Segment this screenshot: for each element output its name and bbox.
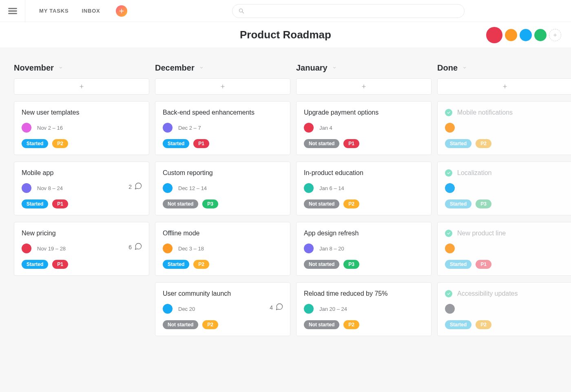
avatar: [445, 183, 455, 193]
search-input[interactable]: [248, 7, 458, 15]
check-circle-icon: [445, 109, 452, 116]
status-badge: Not started: [163, 199, 198, 208]
task-card[interactable]: Upgrade payment optionsJan 4Not startedP…: [296, 101, 432, 155]
status-badge: Not started: [163, 320, 198, 329]
status-badge: Started: [445, 139, 471, 148]
task-card[interactable]: New pricingNov 19 – 286StartedP1: [14, 222, 149, 276]
task-card[interactable]: In-product educationJan 6 – 14Not starte…: [296, 162, 432, 215]
priority-badge: P3: [343, 260, 359, 269]
card-title: Offline mode: [163, 230, 283, 237]
task-card[interactable]: New product lineStartedP1: [437, 222, 571, 276]
column-title: January: [296, 63, 328, 73]
card-title: In-product education: [304, 169, 424, 177]
comment-count[interactable]: 4: [270, 303, 283, 312]
add-member-button[interactable]: [549, 29, 561, 41]
status-badge: Started: [163, 260, 189, 269]
check-circle-icon: [445, 290, 452, 297]
comment-icon: [134, 242, 142, 252]
search[interactable]: [232, 4, 465, 18]
card-date: Jan 4: [319, 125, 332, 131]
avatar[interactable]: [505, 29, 517, 41]
column-header[interactable]: January: [296, 60, 432, 76]
column: DecemberBack-end speed enhancementsDec 2…: [155, 60, 290, 336]
card-title: App design refresh: [304, 230, 424, 237]
svg-rect-1: [8, 10, 17, 11]
card-title: Accessibility updates: [457, 290, 518, 297]
task-card[interactable]: Mobile notificationsStartedP2: [437, 101, 571, 155]
add-card-button[interactable]: [155, 78, 290, 95]
status-badge: Started: [22, 139, 48, 148]
task-card[interactable]: User community launchDec 204Not startedP…: [155, 282, 290, 336]
nav-my-tasks[interactable]: MY TASKS: [39, 8, 69, 14]
task-card[interactable]: New user templatesNov 2 – 16StartedP2: [14, 101, 149, 155]
svg-rect-2: [8, 13, 17, 14]
page-title: Product Roadmap: [240, 29, 331, 41]
add-card-button[interactable]: [296, 78, 432, 95]
priority-badge: P1: [52, 260, 68, 269]
task-card[interactable]: App design refreshJan 8 – 20Not startedP…: [296, 222, 432, 276]
status-badge: Started: [445, 320, 471, 329]
avatar: [163, 183, 173, 193]
avatar[interactable]: [534, 29, 547, 41]
card-date: Dec 12 – 14: [178, 185, 207, 191]
task-card[interactable]: Mobile appNov 8 – 242StartedP1: [14, 162, 149, 215]
card-date: Nov 19 – 28: [37, 246, 66, 252]
card-date: Dec 3 – 18: [178, 246, 204, 252]
add-card-button[interactable]: [437, 78, 571, 95]
status-badge: Not started: [304, 139, 339, 148]
card-date: Jan 8 – 20: [319, 246, 344, 252]
nav-inbox[interactable]: INBOX: [82, 8, 100, 14]
column-title: November: [14, 63, 54, 73]
title-bar: Product Roadmap: [0, 22, 571, 48]
avatar: [304, 123, 314, 133]
status-badge: Started: [22, 260, 48, 269]
card-title: Back-end speed enhancements: [163, 109, 283, 116]
chevron-down-icon: [332, 64, 336, 71]
plus-icon: [553, 33, 558, 38]
priority-badge: P2: [476, 139, 491, 148]
top-bar: MY TASKS INBOX: [0, 0, 571, 22]
avatar: [304, 244, 314, 253]
column-header[interactable]: November: [14, 60, 149, 76]
comment-count[interactable]: 6: [128, 242, 142, 252]
avatar: [22, 244, 31, 253]
card-title: Mobile app: [22, 169, 142, 177]
status-badge: Started: [445, 199, 471, 208]
avatar[interactable]: [520, 29, 532, 41]
task-card[interactable]: Accessibility updatesStartedP2: [437, 282, 571, 336]
task-card[interactable]: Back-end speed enhancementsDec 2 – 7Star…: [155, 101, 290, 155]
menu-toggle[interactable]: [0, 0, 25, 22]
comment-count[interactable]: 2: [128, 182, 142, 191]
hamburger-icon: [7, 6, 18, 16]
column: NovemberNew user templatesNov 2 – 16Star…: [14, 60, 149, 336]
avatar[interactable]: [486, 27, 502, 43]
avatar: [163, 123, 173, 133]
column-header[interactable]: Done: [437, 60, 571, 76]
task-card[interactable]: Reload time reduced by 75%Jan 20 – 24Not…: [296, 282, 432, 336]
task-card[interactable]: LocalizationStartedP3: [437, 162, 571, 215]
quick-add-button[interactable]: [116, 5, 127, 17]
avatar: [163, 244, 173, 253]
chevron-down-icon: [199, 64, 204, 71]
card-title: New user templates: [22, 109, 142, 116]
task-card[interactable]: Custom reportingDec 12 – 14Not startedP3: [155, 162, 290, 215]
avatar: [445, 123, 455, 133]
card-title: New pricing: [22, 230, 142, 237]
card-date: Dec 2 – 7: [178, 125, 201, 131]
comment-number: 4: [270, 304, 273, 311]
priority-badge: P2: [343, 199, 359, 208]
column-header[interactable]: December: [155, 60, 290, 76]
card-title: User community launch: [163, 290, 283, 297]
card-title: Localization: [457, 169, 492, 177]
add-card-button[interactable]: [14, 78, 149, 95]
status-badge: Started: [445, 260, 471, 269]
avatar: [22, 123, 31, 133]
avatar: [163, 304, 173, 314]
project-members: [486, 27, 561, 43]
card-date: Dec 20: [178, 306, 195, 312]
status-badge: Started: [163, 139, 189, 148]
priority-badge: P2: [193, 260, 209, 269]
card-title: Reload time reduced by 75%: [304, 290, 424, 297]
card-title: Custom reporting: [163, 169, 283, 177]
task-card[interactable]: Offline modeDec 3 – 18StartedP2: [155, 222, 290, 276]
